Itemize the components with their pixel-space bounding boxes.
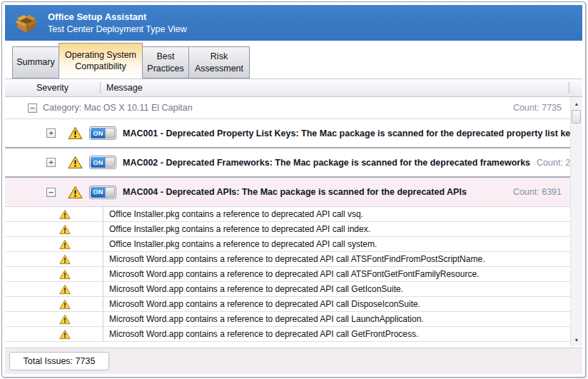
rule-on-off-toggle[interactable]: ON xyxy=(89,156,116,169)
issue-row[interactable]: Microsoft Word.app contains a reference … xyxy=(5,312,570,327)
title-bar: Office Setup Assistant Test Center Deplo… xyxy=(5,5,582,41)
issue-row[interactable]: Microsoft Word.app contains a reference … xyxy=(5,252,570,267)
issue-row[interactable]: Microsoft Word.app contains a reference … xyxy=(5,297,570,312)
issue-severity-cell xyxy=(5,282,103,296)
issue-message-cell: Office Installer.pkg contains a referenc… xyxy=(103,207,570,221)
category-count: Count: 7735 xyxy=(513,103,570,113)
app-window: Office Setup Assistant Test Center Deplo… xyxy=(1,1,586,378)
tab-best-practices[interactable]: Best Practices xyxy=(142,46,189,79)
issue-severity-cell xyxy=(5,312,103,326)
expander-icon[interactable]: + xyxy=(46,128,56,138)
rule-row[interactable]: + ON MAC002 - Deprecated Frameworks: The… xyxy=(5,148,570,178)
column-header-severity[interactable]: Severity xyxy=(5,83,100,93)
scrollbar-thumb[interactable] xyxy=(572,110,581,123)
issue-severity-cell xyxy=(5,222,103,236)
scroll-down-icon[interactable]: ▼ xyxy=(571,334,582,345)
tab-risk-assessment[interactable]: Risk Assessment xyxy=(188,46,250,79)
issue-message-cell: Office Installer.pkg contains a referenc… xyxy=(103,237,570,251)
issue-message: Microsoft Word.app contains a reference … xyxy=(109,329,418,339)
column-divider xyxy=(569,82,569,94)
issue-message: Microsoft Word.app contains a reference … xyxy=(109,314,424,324)
rule-title: MAC002 - Deprecated Frameworks: The Mac … xyxy=(123,158,530,168)
issue-row[interactable]: Office Installer.pkg contains a referenc… xyxy=(5,207,570,222)
tab-label: Best Practices xyxy=(146,51,185,74)
issue-message-cell: Microsoft Word.app contains a reference … xyxy=(103,252,570,266)
issue-message-cell: Microsoft Word.app contains a reference … xyxy=(103,267,570,281)
tab-summary[interactable]: Summary xyxy=(12,46,59,79)
warning-triangle-icon xyxy=(59,224,71,235)
issue-message: Microsoft Word.app contains a reference … xyxy=(109,254,485,264)
issue-severity-cell xyxy=(5,252,103,266)
tab-bar: Summary Operating System Compatibility B… xyxy=(5,41,582,79)
toggle-knob[interactable] xyxy=(105,187,115,198)
rows: − Category: Mac OS X 10.11 El Capitan Co… xyxy=(5,97,570,346)
rule-count: Count: 6391 xyxy=(513,187,570,197)
tab-label: Operating System Compatibility xyxy=(63,49,138,73)
issue-message: Microsoft Word.app contains a reference … xyxy=(109,269,479,279)
issue-message-cell: Microsoft Word.app contains a reference … xyxy=(103,312,570,326)
rule-on-off-toggle[interactable]: ON xyxy=(89,126,116,140)
issue-severity-cell xyxy=(5,207,103,221)
issue-severity-cell xyxy=(5,297,103,311)
open-package-box-icon xyxy=(14,11,39,34)
expander-icon[interactable]: + xyxy=(46,158,56,167)
title-block: Office Setup Assistant Test Center Deplo… xyxy=(48,11,187,34)
toggle-on-label: ON xyxy=(91,157,106,168)
warning-triangle-icon xyxy=(59,299,71,310)
toggle-on-label: ON xyxy=(91,187,106,198)
issue-severity-cell xyxy=(5,327,103,341)
scroll-up-icon[interactable]: ▲ xyxy=(571,98,582,109)
app-title: Office Setup Assistant xyxy=(48,11,187,22)
toggle-knob[interactable] xyxy=(105,128,115,138)
rule-title: MAC001 - Deprecated Property List Keys: … xyxy=(123,128,570,138)
results-grid: − Category: Mac OS X 10.11 El Capitan Co… xyxy=(5,97,582,346)
total-issues-badge: Total Issues: 7735 xyxy=(9,352,109,370)
issue-message: Office Installer.pkg contains a referenc… xyxy=(109,209,363,219)
issue-severity-cell xyxy=(5,267,103,281)
app-subtitle: Test Center Deployment Type View xyxy=(48,24,187,34)
expander-icon[interactable]: − xyxy=(46,188,56,197)
collapse-icon[interactable]: − xyxy=(28,103,37,113)
issue-message-cell: Microsoft Word.app contains a reference … xyxy=(103,282,570,296)
toggle-knob[interactable] xyxy=(105,157,115,168)
rule-row[interactable]: + ON MAC001 - Deprecated Property List K… xyxy=(5,119,570,148)
warning-triangle-icon xyxy=(59,239,71,250)
issue-message-cell: Microsoft Word.app contains a reference … xyxy=(103,327,570,341)
issue-message: Office Installer.pkg contains a referenc… xyxy=(109,239,377,249)
status-bar: Total Issues: 7735 xyxy=(5,348,582,374)
issue-severity-cell xyxy=(5,237,103,251)
warning-triangle-icon xyxy=(59,314,71,325)
rule-row[interactable]: − ON MAC004 - Deprecated APIs: The Mac p… xyxy=(5,178,570,207)
vertical-scrollbar[interactable]: ▲ ▼ xyxy=(570,97,582,346)
issue-message-cell: Office Installer.pkg contains a referenc… xyxy=(103,222,570,236)
warning-triangle-icon xyxy=(68,156,83,169)
column-header-message[interactable]: Message xyxy=(101,83,569,93)
rule-count: Count: 22 xyxy=(537,158,570,168)
issue-message-cell: Microsoft Word.app contains a reference … xyxy=(103,297,570,311)
toggle-on-label: ON xyxy=(91,128,106,138)
rule-on-off-toggle[interactable]: ON xyxy=(89,186,116,199)
category-label: Category: Mac OS X 10.11 El Capitan xyxy=(43,103,193,113)
warning-triangle-icon xyxy=(59,284,71,295)
rule-title: MAC004 - Deprecated APIs: The Mac packag… xyxy=(123,187,467,197)
warning-triangle-icon xyxy=(59,329,71,340)
issue-message: Microsoft Word.app contains a reference … xyxy=(109,299,420,309)
column-header-row: Severity Message xyxy=(5,79,582,97)
warning-triangle-icon xyxy=(59,254,71,265)
warning-triangle-icon xyxy=(68,186,83,199)
tab-operating-system-compatibility[interactable]: Operating System Compatibility xyxy=(59,43,143,79)
warning-triangle-icon xyxy=(59,269,71,280)
issue-message: Office Installer.pkg contains a referenc… xyxy=(109,224,370,234)
warning-triangle-icon xyxy=(59,209,71,220)
warning-triangle-icon xyxy=(68,126,83,140)
category-row[interactable]: − Category: Mac OS X 10.11 El Capitan Co… xyxy=(5,97,570,119)
issue-message: Microsoft Word.app contains a reference … xyxy=(109,284,403,294)
issue-row[interactable]: Office Installer.pkg contains a referenc… xyxy=(5,222,570,237)
tab-label: Risk Assessment xyxy=(193,51,245,74)
issue-row[interactable]: Microsoft Word.app contains a reference … xyxy=(5,282,570,297)
issue-row[interactable]: Microsoft Word.app contains a reference … xyxy=(5,267,570,282)
tab-label: Summary xyxy=(16,56,54,68)
issue-row[interactable]: Microsoft Word.app contains a reference … xyxy=(5,327,570,342)
issue-row[interactable]: Office Installer.pkg contains a referenc… xyxy=(5,237,570,252)
